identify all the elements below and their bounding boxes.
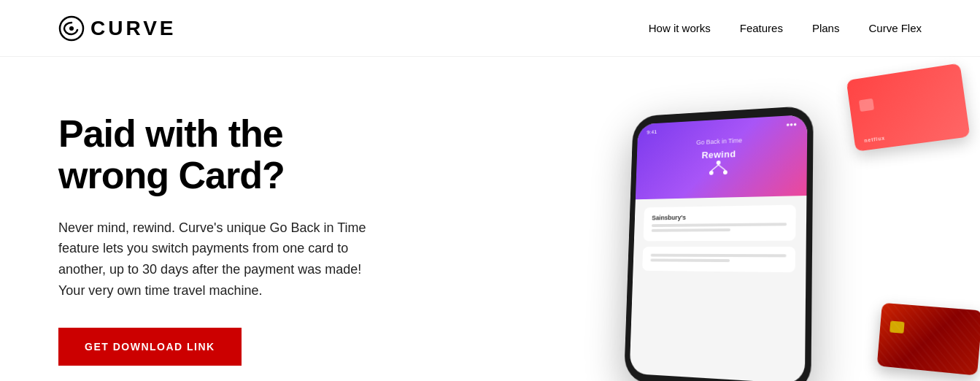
card-chip-red xyxy=(859,99,874,112)
card-textured-bottom xyxy=(877,303,980,376)
transaction-line3 xyxy=(650,254,786,258)
phone-signal: ●●● xyxy=(786,121,797,128)
phone-screen-top: 9:41 ●●● Go Back in Time Rewind xyxy=(635,115,807,199)
nav-plans[interactable]: Plans xyxy=(812,22,840,34)
phone-time: 9:41 xyxy=(647,128,657,135)
curve-logo-icon xyxy=(58,15,85,42)
go-back-label: Go Back in Time xyxy=(696,136,742,146)
transaction-line2 xyxy=(651,228,730,232)
phone-screen: 9:41 ●●● Go Back in Time Rewind xyxy=(629,115,807,381)
transaction-merchant: Sainsbury's xyxy=(652,212,787,221)
card-red-top: netflux xyxy=(846,63,971,151)
fork-icon xyxy=(708,159,728,179)
hero-section: Paid with the wrong Card? Never mind, re… xyxy=(0,57,980,381)
headline-line1: Paid with the xyxy=(58,112,283,155)
cta-download-button[interactable]: GET DOWNLOAD LINK xyxy=(58,328,242,366)
transaction-item: Sainsbury's xyxy=(643,205,795,242)
nav-curve-flex[interactable]: Curve Flex xyxy=(868,22,922,34)
transaction-line1 xyxy=(651,223,786,227)
logo[interactable]: CURVE xyxy=(58,15,177,42)
hero-headline: Paid with the wrong Card? xyxy=(58,113,467,196)
card-label-red: netflux xyxy=(864,135,886,143)
nav-how-it-works[interactable]: How it works xyxy=(649,22,711,34)
rewind-label: Rewind xyxy=(701,148,736,161)
phone-mockup: 9:41 ●●● Go Back in Time Rewind xyxy=(623,105,813,381)
site-header: CURVE How it works Features Plans Curve … xyxy=(0,0,980,57)
main-nav: How it works Features Plans Curve Flex xyxy=(649,22,922,34)
svg-point-2 xyxy=(716,161,720,165)
svg-point-3 xyxy=(709,171,713,175)
transaction-line4 xyxy=(650,258,730,262)
card-chip-gold xyxy=(890,320,905,333)
phone-screen-body: Sainsbury's xyxy=(632,196,806,288)
svg-line-5 xyxy=(711,165,718,171)
transaction-item-2 xyxy=(642,247,795,272)
hero-description: Never mind, rewind. Curve's unique Go Ba… xyxy=(58,218,379,301)
svg-point-4 xyxy=(722,170,727,174)
svg-point-1 xyxy=(69,26,74,31)
hero-right: netflux 9:41 ●●● Go Back in Time Rewind xyxy=(467,86,922,381)
headline-line2: wrong Card? xyxy=(58,154,285,196)
nav-features[interactable]: Features xyxy=(740,22,783,34)
phone-status-bar: 9:41 ●●● xyxy=(637,120,806,136)
hero-left: Paid with the wrong Card? Never mind, re… xyxy=(58,113,467,366)
svg-line-6 xyxy=(718,164,725,170)
logo-text: CURVE xyxy=(90,17,177,40)
